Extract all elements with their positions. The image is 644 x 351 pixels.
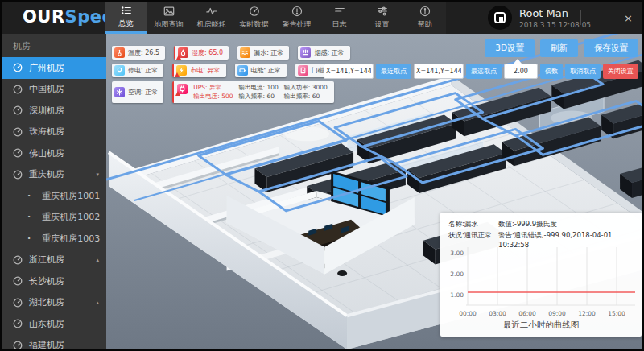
badge-aircon: 空调: 正常	[112, 81, 163, 103]
tab-realtime-data[interactable]: 实时数据	[233, 2, 275, 34]
badge-ups: UPS: 异常输出电压: 500 输出电流: 100输入频率: 60 输入功率:…	[172, 81, 333, 103]
coordinate-bar: 最近取点 最远取点 倍数 取消取点 关闭设置	[324, 64, 638, 79]
ups-icon	[177, 84, 188, 94]
gauge-icon	[13, 127, 23, 137]
sidebar-item-label: 中国机房	[29, 83, 64, 95]
badge-text: 烟感: 正常	[314, 48, 344, 57]
sidebar-item-chongqing[interactable]: 重庆机房▾	[2, 164, 106, 186]
sidebar-item-label: 重庆机房1003	[42, 233, 100, 245]
tab-label: 机房能耗	[197, 19, 226, 30]
sidebar-header: 机房	[2, 34, 106, 57]
log-icon	[334, 6, 345, 17]
svg-text:1.00: 1.00	[450, 291, 464, 299]
gauge-icon	[13, 170, 23, 180]
cancel-picking-button[interactable]: 取消取点	[565, 64, 601, 79]
save-settings-button[interactable]: 保存设置	[584, 39, 638, 57]
ups-output-voltage: 输出电压: 500	[193, 93, 233, 100]
view-toolbar: 3D设置 刷新 保存设置	[485, 39, 638, 57]
sidebar-item-foshan[interactable]: 佛山机房	[2, 142, 106, 164]
badge-text: 空调: 正常	[128, 88, 158, 97]
user-info[interactable]: Root Man 2018.3.15 12:08:05	[488, 6, 591, 30]
sensor-name: 名称:漏水	[448, 220, 498, 229]
chart-title: 最近二小时的曲线图	[440, 320, 642, 331]
sidebar-item-label: 广州机房	[29, 62, 64, 74]
sidebar-item-fujian[interactable]: 福建机房	[2, 335, 106, 350]
svg-text:3.00: 3.00	[450, 250, 464, 257]
gauge-icon	[13, 255, 23, 265]
svg-text:09:00: 09:00	[548, 310, 566, 317]
gauge-icon	[13, 105, 23, 115]
expand-arrow: ▾	[96, 171, 99, 178]
bulb-icon	[114, 65, 125, 76]
minimize-button[interactable]: —	[594, 10, 611, 26]
ups-input-frequency: 输入频率: 60	[238, 93, 278, 100]
sidebar-item-zhejiang[interactable]: 浙江机房▴	[2, 250, 106, 271]
door-icon	[298, 65, 308, 76]
sidebar-item-changsha[interactable]: 长沙机房	[2, 270, 106, 292]
sidebar-item-label: 重庆机房1001	[42, 190, 100, 202]
sidebar-item-label: 山东机房	[29, 318, 64, 330]
multiplier-input[interactable]	[504, 64, 538, 79]
badge-text: 湿度: 65.0	[192, 48, 223, 57]
tab-settings[interactable]: 设置	[361, 2, 403, 34]
main-3d-view[interactable]: 温度: 26.5 湿度: 65.0 漏水: 正常 烟感: 正常 停电: 正常 市…	[106, 34, 642, 349]
gauge-icon	[13, 85, 23, 94]
tab-label: 警告处理	[283, 19, 312, 30]
sidebar-item-chongqing-1002[interactable]: 重庆机房1002	[2, 207, 106, 229]
badge-text: 停电: 正常	[128, 66, 158, 75]
sidebar-item-label: 佛山机房	[29, 147, 64, 159]
sidebar-item-zhuhai[interactable]: 珠海机房	[2, 122, 106, 143]
badge-water-leak: 漏水: 正常	[237, 46, 289, 60]
list-icon	[121, 5, 132, 16]
ac-icon	[114, 87, 125, 97]
y-axis-labels: 3.00 2.00 1.00	[450, 250, 464, 299]
farthest-point-button[interactable]: 最远取点	[466, 64, 502, 79]
close-button[interactable]: ×	[621, 10, 636, 26]
nearest-point-input[interactable]	[324, 64, 374, 79]
tab-alert-handling[interactable]: 警告处理	[275, 2, 318, 34]
tab-label: 地图查询	[155, 19, 184, 30]
sidebar-item-guangzhou[interactable]: 广州机房	[2, 57, 106, 79]
gauge-icon	[13, 319, 23, 328]
sidebar-item-label: 长沙机房	[29, 275, 64, 287]
sidebar-item-label: 重庆机房1002	[42, 211, 100, 223]
tab-log[interactable]: 日志	[318, 2, 361, 34]
sidebar-item-label: 浙江机房	[29, 254, 64, 266]
ups-input-power: 输入功率: 3000	[284, 84, 328, 91]
badge-energy: 电能: 正常	[235, 64, 287, 77]
farthest-point-input[interactable]	[414, 64, 464, 79]
leak-icon	[240, 47, 250, 58]
divider	[580, 10, 581, 25]
refresh-button[interactable]: 刷新	[540, 39, 578, 57]
sidebar-item-chongqing-1001[interactable]: 重庆机房1001	[2, 185, 106, 207]
nav-tabs: 总览 地图查询 机房能耗 实时数据 警告处理 日志	[105, 2, 446, 34]
svg-text:2.00: 2.00	[450, 270, 464, 278]
close-settings-button[interactable]: 关闭设置	[603, 64, 638, 79]
tab-room-energy[interactable]: 机房能耗	[190, 2, 233, 34]
tab-help[interactable]: 帮助	[403, 2, 446, 34]
svg-text:06:00: 06:00	[518, 310, 536, 317]
tab-overview[interactable]: 总览	[105, 2, 147, 34]
user-avatar	[488, 6, 512, 30]
tab-map-query[interactable]: 地图查询	[147, 2, 190, 34]
sidebar-item-shenzhen[interactable]: 深圳机房	[2, 100, 106, 122]
3d-settings-button[interactable]: 3D设置	[485, 39, 535, 57]
badge-text: 温度: 26.5	[128, 48, 159, 57]
badge-text: 电能: 正常	[251, 66, 281, 75]
badge-mains-power: 市电: 异常	[172, 64, 225, 77]
brand-our: OUR	[23, 7, 65, 27]
sidebar-item-hubei[interactable]: 湖北机房▴	[2, 292, 106, 314]
multiplier-button[interactable]: 倍数	[540, 64, 563, 79]
nearest-point-button[interactable]: 最近取点	[376, 64, 411, 79]
sidebar-item-zhongguo[interactable]: 中国机房	[2, 79, 106, 101]
gauge-icon	[13, 63, 23, 72]
waveform-icon	[206, 6, 217, 17]
humidity-icon	[178, 47, 188, 58]
sensor-value: 数值:-999.9摄氏度	[498, 220, 557, 229]
sidebar-item-shandong[interactable]: 山东机房	[2, 313, 106, 335]
sidebar-item-chongqing-1003[interactable]: 重庆机房1003	[2, 228, 106, 250]
status-badges: 温度: 26.5 湿度: 65.0 漏水: 正常 烟感: 正常 停电: 正常 市…	[112, 46, 350, 103]
gauge-icon	[13, 341, 23, 349]
smoke-icon	[300, 47, 311, 58]
gauge-icon	[13, 148, 23, 158]
